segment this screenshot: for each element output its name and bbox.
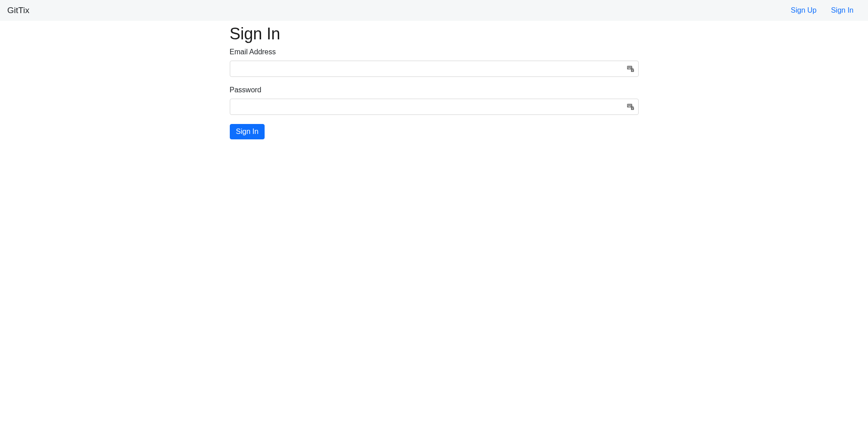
- email-input-wrap: [230, 61, 639, 77]
- signin-button[interactable]: Sign In: [230, 124, 265, 139]
- main-container: Sign In Email Address: [230, 24, 639, 139]
- password-label: Password: [230, 86, 639, 94]
- signin-form: Sign In Email Address: [230, 24, 639, 139]
- signup-link[interactable]: Sign Up: [787, 5, 820, 16]
- brand-link[interactable]: GitTix: [7, 5, 29, 15]
- email-group: Email Address: [230, 48, 639, 77]
- password-field[interactable]: [230, 99, 639, 115]
- password-group: Password: [230, 86, 639, 115]
- email-field[interactable]: [230, 61, 639, 77]
- nav-item-signup: Sign Up: [787, 6, 820, 14]
- navbar: GitTix Sign Up Sign In: [0, 0, 868, 21]
- signin-link[interactable]: Sign In: [827, 5, 857, 16]
- nav-links: Sign Up Sign In: [780, 6, 861, 14]
- page-title: Sign In: [230, 24, 639, 43]
- nav-item-signin: Sign In: [827, 6, 857, 14]
- password-input-wrap: [230, 99, 639, 115]
- email-label: Email Address: [230, 48, 639, 56]
